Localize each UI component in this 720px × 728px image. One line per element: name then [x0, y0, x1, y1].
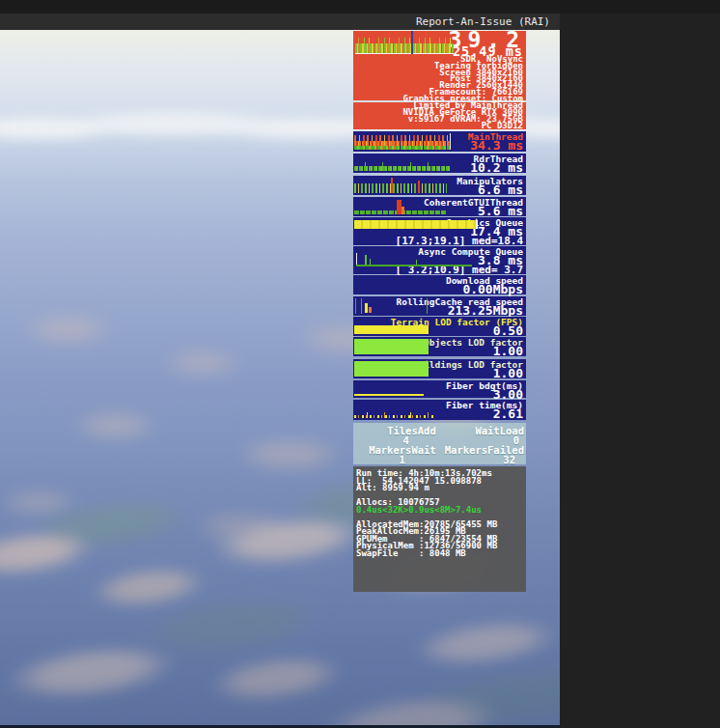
- manipulators-block: Manipulators 6.6 ms: [353, 176, 526, 195]
- sim-viewport[interactable]: 39.2 25.49 ms SDR, NoVsync Tearing forbi…: [0, 30, 560, 728]
- fps-block: 39.2 25.49 ms SDR, NoVsync Tearing forbi…: [353, 31, 526, 100]
- markerswait-cell: MarkersWait 1: [353, 445, 438, 464]
- rdrthread-histogram: [354, 161, 451, 171]
- rollingcache-block: RollingCache read speed 213.25Mbps: [353, 296, 526, 316]
- rollingcache-histogram: [355, 298, 442, 314]
- fiber-time-histogram: [354, 411, 435, 418]
- window-top-strip: [0, 0, 720, 14]
- tilesadd-cell: TilesAdd 4: [353, 426, 438, 445]
- markerswait-label: MarkersWait: [353, 445, 438, 455]
- manipulators-histogram: [354, 178, 447, 193]
- mainthread-histogram: [354, 133, 451, 150]
- mainthread-block: MainThread 34.3 ms: [353, 131, 526, 152]
- titlebar[interactable]: Report-An-Issue (RAI): [0, 14, 560, 30]
- buildings-lod-bar: [354, 361, 429, 377]
- coherentgtui-histogram: [354, 199, 447, 214]
- async-queue-range: [ 3.2;10.9] med= 3.7: [353, 266, 526, 274]
- fiber-budget-block: Fiber bdgt(ms) 3.00: [353, 380, 526, 398]
- session-stats-block: Run time: 4h:10m:13s.702ms LL: 54.142047…: [353, 466, 526, 592]
- async-queue-histogram: [356, 254, 472, 266]
- tiles-markers-block: TilesAdd 4 WaitLoad 0 MarkersWait 1 Mark…: [353, 423, 526, 464]
- fps-debug-panel: 39.2 25.49 ms SDR, NoVsync Tearing forbi…: [353, 31, 526, 593]
- alloc-timing: 0.4us<32K>0.9us<8M>7.4us: [356, 507, 526, 515]
- waitload-cell: WaitLoad 0: [438, 426, 526, 445]
- rdrthread-block: RdrThread 10.2 ms: [353, 154, 526, 173]
- gpu-block: Limited by MainThread NVIDIA GeForce RTX…: [353, 102, 526, 129]
- fiber-time-block: Fiber time(ms) 2.61: [353, 400, 526, 420]
- objects-lod-block: Objects LOD factor 1.00: [353, 337, 526, 356]
- buildings-lod-block: Buildings LOD factor 1.00: [353, 359, 526, 378]
- terrain-lod-block: Terrain LOD factor (FPS) 0.50: [353, 317, 526, 336]
- coherentgtui-block: CoherentGTUIThread 5.6 ms: [353, 197, 526, 216]
- graphics-queue-range: [17.3;19.1] med=18.4: [353, 237, 526, 245]
- swap-file: SwapFile : 8048 MB: [356, 550, 526, 558]
- graphics-queue-block: Graphics Queue 17.4 ms [17.3;19.1] med=1…: [353, 217, 526, 245]
- gpu-info-line: PC D3D12: [353, 123, 526, 129]
- tilesadd-label: TilesAdd: [353, 426, 438, 435]
- terrain-lod-bar: [354, 325, 429, 334]
- graphics-queue-bar: [354, 220, 478, 229]
- fps-histogram: [355, 37, 454, 54]
- objects-lod-bar: [354, 339, 429, 354]
- altitude: Alt: 8959.94 m: [356, 485, 526, 492]
- markersfailed-value: 32: [438, 455, 526, 464]
- download-speed-block: Download speed 0.00Mbps: [353, 275, 526, 294]
- markerswait-value: 1: [353, 455, 438, 464]
- titlebar-title: Report-An-Issue (RAI): [416, 15, 550, 28]
- fiber-budget-bar: [354, 394, 424, 396]
- download-speed-value: 0.00Mbps: [353, 285, 526, 294]
- markersfailed-cell: MarkersFailed 32: [438, 445, 526, 464]
- async-queue-block: Async Compute Queue 3.8 ms [ 3.2;10.9] m…: [353, 246, 526, 274]
